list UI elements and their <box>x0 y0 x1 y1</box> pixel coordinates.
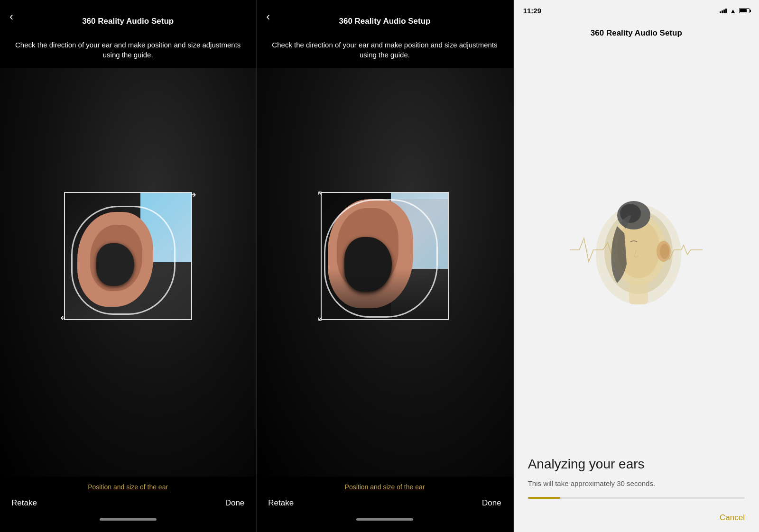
home-indicator-1 <box>100 518 157 521</box>
analysis-header: 360 Reality Audio Setup <box>514 19 759 43</box>
header-2: ‹ 360 Reality Audio Setup <box>257 0 512 33</box>
neck <box>629 281 648 304</box>
ear-inner <box>660 244 669 259</box>
back-button-2[interactable]: ‹ <box>266 10 270 23</box>
wifi-icon: ▲ <box>730 7 736 15</box>
signal-bars <box>720 9 727 13</box>
title-2: 360 Reality Audio Setup <box>339 17 430 26</box>
face-svg <box>555 181 717 319</box>
analysis-panel: 11:29 ▲ 360 Reality Audio Setup <box>514 0 759 532</box>
signal-bar-2 <box>722 10 723 13</box>
cancel-container: Cancel <box>528 513 745 523</box>
action-buttons-1: Retake Done <box>11 496 244 510</box>
signal-bar-3 <box>723 9 725 13</box>
title-1: 360 Reality Audio Setup <box>82 17 174 26</box>
status-icons: ▲ <box>720 7 750 15</box>
signal-bar-1 <box>720 11 721 13</box>
done-button-2[interactable]: Done <box>482 496 501 510</box>
position-link-2[interactable]: Position and size of the ear <box>345 483 425 491</box>
battery-icon <box>739 8 750 13</box>
selection-box-2[interactable]: ↖ ↙ <box>321 192 449 320</box>
phone-panel-1: ‹ 360 Reality Audio Setup Check the dire… <box>0 0 256 532</box>
camera-view-1: ↗ ↙ <box>0 68 256 477</box>
analysis-illustration <box>514 43 759 457</box>
analyzing-title: Analyzing your ears <box>528 457 745 472</box>
analysis-text-section: Analyzing your ears This will take appro… <box>514 457 759 532</box>
subtitle-2: Check the direction of your ear and make… <box>257 33 512 68</box>
phone-panel-2: ‹ 360 Reality Audio Setup Check the dire… <box>257 0 513 532</box>
retake-button-1[interactable]: Retake <box>11 496 37 510</box>
camera-view-2: ↖ ↙ <box>257 68 512 477</box>
bottom-bar-2: Position and size of the ear Retake Done <box>257 477 512 532</box>
position-link-1[interactable]: Position and size of the ear <box>88 483 168 491</box>
status-bar: 11:29 ▲ <box>514 0 759 19</box>
back-button-1[interactable]: ‹ <box>9 10 13 23</box>
ear-photo-1 <box>65 193 191 319</box>
earbud-1 <box>96 243 134 286</box>
done-button-1[interactable]: Done <box>225 496 245 510</box>
progress-bar-fill <box>528 497 561 499</box>
action-buttons-2: Retake Done <box>268 496 501 510</box>
beard-2 <box>322 269 448 319</box>
analysis-title: 360 Reality Audio Setup <box>591 28 682 38</box>
status-time: 11:29 <box>523 7 541 15</box>
analyzing-subtitle: This will take approximately 30 seconds. <box>528 479 745 487</box>
retake-button-2[interactable]: Retake <box>268 496 294 510</box>
ear-photo-2 <box>322 193 448 319</box>
header-1: ‹ 360 Reality Audio Setup <box>0 0 256 33</box>
cancel-button[interactable]: Cancel <box>720 513 745 523</box>
signal-bar-4 <box>725 9 727 13</box>
progress-bar-container <box>528 497 745 499</box>
selection-box-1[interactable]: ↗ ↙ <box>64 192 192 320</box>
bottom-bar-1: Position and size of the ear Retake Done <box>0 477 256 532</box>
battery-fill <box>740 9 747 12</box>
subtitle-1: Check the direction of your ear and make… <box>0 33 256 68</box>
home-indicator-2 <box>356 518 413 521</box>
battery-tip <box>750 9 751 12</box>
